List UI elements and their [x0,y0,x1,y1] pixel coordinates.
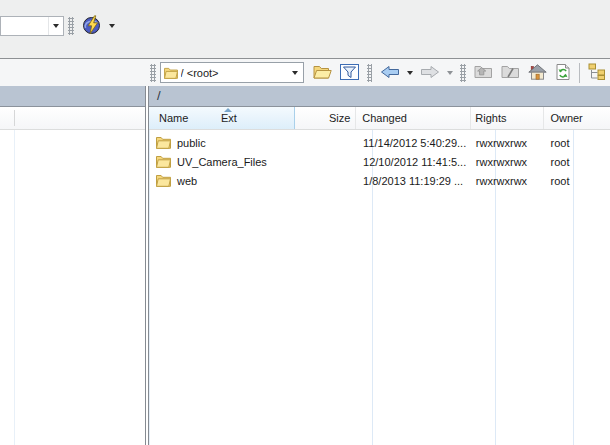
file-changed: 12/10/2012 11:41:5... [357,156,472,168]
column-header-ext[interactable]: Ext [221,112,237,124]
new-session-dropdown[interactable] [106,13,118,39]
file-owner: root [545,156,610,168]
file-rights: rwxrwxrwx [472,156,545,168]
root-folder-icon [501,65,520,81]
local-file-list[interactable] [0,107,145,445]
folder-icon [164,67,178,79]
remote-list-header: Name Ext Size Changed Rights Owner [149,107,610,130]
tree-icon [588,63,606,82]
remote-path-value: / <root> [181,66,288,79]
top-toolbar [0,0,610,59]
file-changed: 1/8/2013 11:19:29 ... [357,175,472,187]
parent-directory-button[interactable] [470,60,497,86]
folder-icon [156,136,171,149]
toolbar-grip[interactable] [68,17,74,35]
lightning-globe-icon [82,15,102,37]
forward-dropdown[interactable] [444,60,456,86]
file-rights: rwxrwxrwx [472,175,545,187]
folder-icon [156,155,171,168]
file-name: UV_Camera_Files [177,156,267,168]
address-toolbar-grip[interactable] [150,64,156,82]
local-grid-line [14,130,15,445]
back-arrow-icon [380,65,400,81]
column-header-owner[interactable]: Owner [544,107,610,129]
table-row[interactable]: web 1/8/2013 11:19:29 ... rwxrwxrwx root [150,171,610,190]
remote-path-dropdown[interactable] [288,63,303,82]
column-header-changed[interactable]: Changed [356,107,471,129]
back-dropdown[interactable] [404,60,416,86]
open-directory-button[interactable] [309,60,336,86]
file-name: public [177,137,206,149]
remote-panel: / Name Ext Size Changed Rights Owner [148,86,610,445]
filter-button[interactable] [336,60,363,86]
forward-button[interactable] [416,60,444,86]
navigation-grip[interactable] [367,64,373,82]
file-owner: root [545,175,610,187]
open-folder-icon [313,65,332,81]
file-panels: / Name Ext Size Changed Rights Owner [0,86,610,445]
address-toolbar: / <root> [0,59,610,86]
session-combobox-dropdown[interactable] [48,17,63,35]
local-list-header[interactable] [0,107,145,130]
file-name: web [177,175,197,187]
remote-path-combobox[interactable]: / <root> [160,62,304,83]
back-button[interactable] [376,60,404,86]
file-owner: root [545,137,610,149]
file-manager-window: / <root> [0,0,610,445]
local-path-label [0,86,145,107]
tree-view-button[interactable] [584,60,610,86]
directory-buttons-grip[interactable] [460,64,466,82]
session-combobox[interactable] [0,16,64,36]
new-session-button[interactable] [78,13,106,39]
column-header-name[interactable]: Name Ext [149,107,295,129]
home-directory-button[interactable] [524,60,551,86]
session-combobox-value [1,17,48,35]
forward-arrow-icon [420,65,440,81]
local-header-divider [14,110,15,126]
toolbar-separator [579,63,580,83]
remote-path-label: / [149,86,610,107]
file-changed: 11/14/2012 5:40:29... [357,137,472,149]
local-panel [0,86,146,445]
home-icon [528,64,547,82]
parent-folder-icon [474,65,493,81]
table-row[interactable]: UV_Camera_Files 12/10/2012 11:41:5... rw… [150,152,610,171]
local-list-body[interactable] [0,130,145,445]
refresh-button[interactable] [551,60,575,86]
file-rights: rwxrwxrwx [472,137,545,149]
table-row[interactable]: public 11/14/2012 5:40:29... rwxrwxrwx r… [150,133,610,152]
column-header-rights[interactable]: Rights [471,107,544,129]
folder-icon [156,174,171,187]
refresh-icon [555,64,571,82]
root-directory-button[interactable] [497,60,524,86]
filter-icon [340,64,359,82]
column-header-size[interactable]: Size [295,107,356,129]
remote-file-list[interactable]: Name Ext Size Changed Rights Owner [149,107,610,445]
remote-list-body[interactable]: public 11/14/2012 5:40:29... rwxrwxrwx r… [149,130,610,445]
